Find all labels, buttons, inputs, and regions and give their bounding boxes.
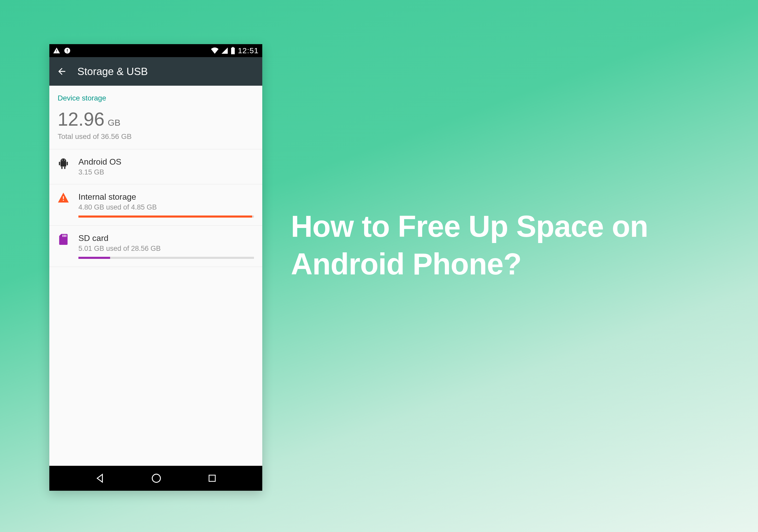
section-label: Device storage: [49, 86, 262, 102]
row-title: Android OS: [79, 157, 254, 167]
summary-unit: GB: [108, 117, 121, 127]
svg-rect-4: [59, 162, 60, 165]
svg-point-15: [152, 474, 160, 482]
row-subtitle: 3.15 GB: [79, 168, 254, 176]
wifi-icon: [211, 48, 219, 54]
svg-rect-3: [60, 161, 66, 166]
warning-triangle-icon: [58, 192, 69, 203]
storage-summary-row[interactable]: 12.96 GB Total used of 36.56 GB: [49, 102, 262, 149]
svg-rect-5: [67, 162, 68, 165]
summary-value: 12.96: [58, 109, 104, 130]
nav-back-icon[interactable]: [95, 473, 105, 483]
svg-rect-14: [65, 235, 66, 237]
svg-rect-11: [63, 200, 64, 201]
app-bar-title: Storage & USB: [77, 66, 148, 77]
progress-fill: [79, 257, 110, 259]
progress-bar: [79, 257, 254, 259]
nav-bar: [49, 466, 262, 491]
row-internal-storage[interactable]: Internal storage 4.80 GB used of 4.85 GB: [49, 184, 262, 226]
row-title: Internal storage: [79, 192, 254, 202]
progress-bar: [79, 216, 254, 217]
phone-frame: 12:51 Storage & USB Device storage 12.96…: [49, 44, 262, 491]
sync-problem-icon: [63, 47, 71, 54]
row-subtitle: 4.80 GB used of 4.85 GB: [79, 203, 254, 211]
sd-card-icon: [58, 233, 69, 245]
row-title: SD card: [79, 233, 254, 243]
row-android-os[interactable]: Android OS 3.15 GB: [49, 149, 262, 184]
page-headline: How to Free Up Space on Android Phone?: [291, 208, 758, 283]
app-bar: Storage & USB: [49, 57, 262, 86]
row-sd-card[interactable]: SD card 5.01 GB used of 28.56 GB: [49, 226, 262, 267]
cell-signal-icon: [221, 48, 228, 54]
nav-home-icon[interactable]: [151, 473, 162, 484]
svg-point-8: [62, 160, 63, 160]
svg-rect-10: [63, 196, 64, 199]
summary-subtitle: Total used of 36.56 GB: [58, 132, 254, 141]
svg-rect-2: [67, 52, 68, 52]
content-area: Device storage 12.96 GB Total used of 36…: [49, 86, 262, 466]
clock-text: 12:51: [238, 46, 258, 55]
status-bar: 12:51: [49, 44, 262, 57]
svg-rect-1: [67, 49, 68, 51]
row-subtitle: 5.01 GB used of 28.56 GB: [79, 245, 254, 252]
svg-rect-12: [63, 235, 63, 237]
back-arrow-icon[interactable]: [56, 66, 67, 77]
warning-icon: [53, 47, 60, 54]
android-icon: [58, 157, 69, 169]
svg-rect-7: [64, 167, 65, 169]
battery-icon: [230, 47, 235, 54]
svg-rect-16: [209, 475, 215, 482]
nav-recent-icon[interactable]: [207, 474, 217, 483]
progress-fill: [79, 216, 252, 217]
svg-point-9: [64, 160, 65, 160]
svg-rect-6: [61, 167, 63, 169]
svg-rect-13: [64, 235, 65, 237]
